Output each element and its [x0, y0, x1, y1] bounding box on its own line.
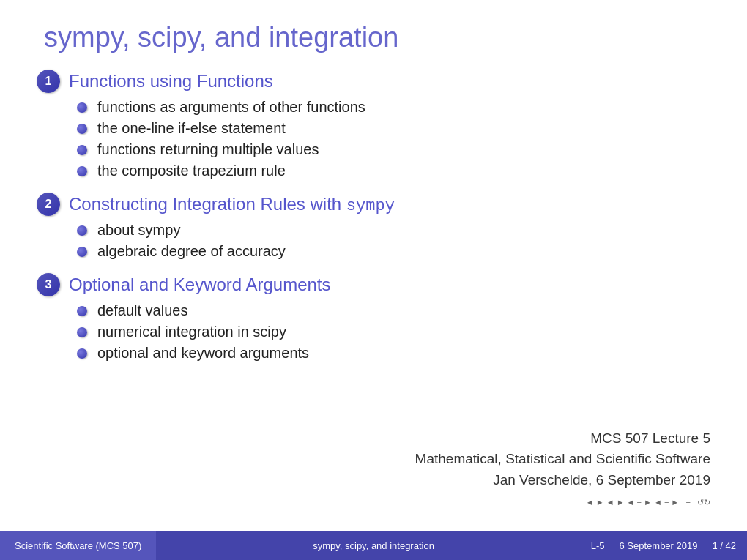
footer-line1: MCS 507 Lecture 5: [415, 428, 710, 449]
status-topic: sympy, scipy, and integration: [313, 540, 434, 551]
section-2-number: 2: [37, 193, 60, 216]
section-3-bullets: default values numerical integration in …: [77, 302, 710, 362]
list-item: about sympy: [77, 222, 710, 239]
status-course: Scientific Software (MCS 507): [15, 540, 141, 551]
status-right: L-5 6 September 2019 1 / 42: [591, 540, 747, 551]
bullet-icon: [77, 327, 87, 337]
section-1-title: Functions using Functions: [69, 71, 273, 92]
footer-line2: Mathematical, Statistical and Scientific…: [415, 449, 710, 470]
list-item: optional and keyword arguments: [77, 345, 710, 362]
footer-info: MCS 507 Lecture 5 Mathematical, Statisti…: [415, 428, 710, 491]
section-3-number: 3: [37, 273, 60, 296]
list-item: functions as arguments of other function…: [77, 99, 710, 116]
list-item: numerical integration in scipy: [77, 324, 710, 340]
section-2: 2 Constructing Integration Rules with sy…: [37, 193, 710, 260]
bullet-icon: [77, 124, 87, 134]
footer-line3: Jan Verschelde, 6 September 2019: [415, 470, 710, 491]
section-2-bullets: about sympy algebraic degree of accuracy: [77, 222, 710, 260]
status-date: 6 September 2019: [620, 540, 698, 551]
list-item: algebraic degree of accuracy: [77, 243, 710, 260]
status-left: Scientific Software (MCS 507): [0, 531, 156, 560]
list-item: default values: [77, 302, 710, 319]
bullet-icon: [77, 225, 87, 236]
status-page: 1 / 42: [712, 540, 736, 551]
bullet-icon: [77, 247, 87, 257]
section-1: 1 Functions using Functions functions as…: [37, 70, 710, 179]
section-2-header: 2 Constructing Integration Rules with sy…: [37, 193, 710, 216]
list-item: the one-line if-else statement: [77, 120, 710, 137]
section-3: 3 Optional and Keyword Arguments default…: [37, 273, 710, 362]
bullet-icon: [77, 145, 87, 155]
slide-content: sympy, scipy, and integration 1 Function…: [0, 0, 747, 531]
section-1-number: 1: [37, 70, 60, 93]
status-bar: Scientific Software (MCS 507) sympy, sci…: [0, 531, 747, 560]
nav-arrows[interactable]: ◄ ► ◄ ► ◄ ≡ ► ◄ ≡ ► ≡ ↺↻: [586, 498, 710, 507]
section-1-bullets: functions as arguments of other function…: [77, 99, 710, 179]
bullet-icon: [77, 306, 87, 316]
section-3-header: 3 Optional and Keyword Arguments: [37, 273, 710, 296]
bullet-icon: [77, 166, 87, 176]
bullet-icon: [77, 102, 87, 113]
section-2-title: Constructing Integration Rules with symp…: [69, 194, 395, 215]
bullet-icon: [77, 348, 87, 359]
section-1-header: 1 Functions using Functions: [37, 70, 710, 93]
list-item: the composite trapezium rule: [77, 163, 710, 179]
nav-symbols[interactable]: ◄ ► ◄ ► ◄ ≡ ► ◄ ≡ ► ≡ ↺↻: [586, 498, 710, 507]
section-3-title: Optional and Keyword Arguments: [69, 275, 331, 295]
list-item: functions returning multiple values: [77, 141, 710, 158]
status-lecture: L-5: [591, 540, 605, 551]
slide-title: sympy, scipy, and integration: [44, 22, 710, 53]
status-center: sympy, scipy, and integration: [156, 540, 590, 551]
